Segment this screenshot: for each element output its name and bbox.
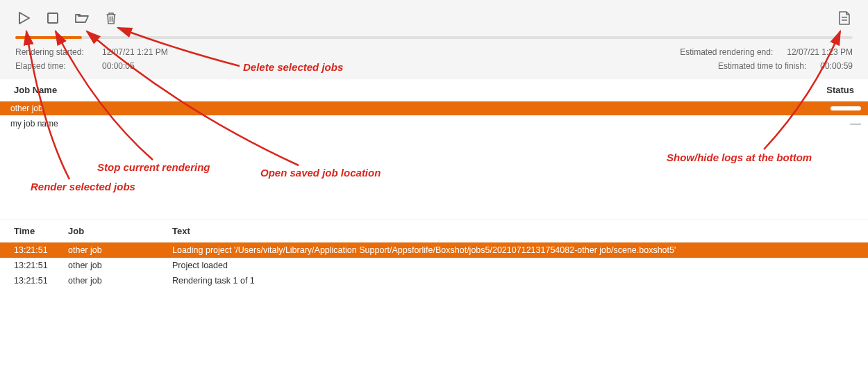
progress-bar-area: [0, 36, 868, 42]
job-table-header: Job Name Status: [0, 79, 868, 101]
job-status-cell: —: [819, 117, 861, 130]
stop-icon: [47, 13, 58, 24]
eta-finish-value: 00:00:59: [820, 61, 853, 71]
delete-button[interactable]: [103, 10, 119, 26]
col-time: Time: [14, 226, 68, 236]
info-bar: Rendering started:12/07/21 1:21 PM Elaps…: [0, 42, 868, 79]
job-name-cell: my job name: [7, 119, 819, 129]
document-icon: [838, 11, 851, 25]
svg-marker-0: [19, 13, 29, 24]
col-job: Job: [68, 226, 172, 236]
log-job: other job: [68, 261, 172, 270]
log-table-header: Time Job Text: [0, 220, 868, 243]
job-row[interactable]: other job: [0, 101, 868, 115]
col-job-name: Job Name: [14, 85, 799, 95]
log-list: 13:21:51 other job Loading project '/Use…: [0, 243, 868, 288]
log-text: Rendering task 1 of 1: [172, 276, 854, 286]
stop-button[interactable]: [44, 10, 61, 26]
job-status-cell: [819, 106, 861, 110]
trash-icon: [106, 12, 117, 24]
eta-end-value: 12/07/21 1:23 PM: [787, 47, 853, 57]
progress-fill: [15, 36, 82, 39]
log-time: 13:21:51: [14, 276, 68, 286]
log-text: Project loaded: [172, 261, 854, 270]
start-label: Rendering started:: [15, 47, 88, 57]
open-folder-button[interactable]: [74, 10, 90, 26]
job-name-cell: other job: [7, 104, 819, 113]
job-row[interactable]: my job name —: [0, 115, 868, 132]
log-row[interactable]: 13:21:51 other job Project loaded: [0, 258, 868, 273]
folder-open-icon: [75, 13, 89, 24]
eta-finish-label: Estimated time to finish:: [702, 61, 806, 71]
elapsed-value: 00:00:05: [102, 61, 135, 71]
toggle-log-button[interactable]: [836, 10, 853, 26]
col-status: Status: [799, 85, 854, 95]
col-text: Text: [172, 226, 854, 236]
svg-rect-1: [48, 13, 58, 23]
log-row[interactable]: 13:21:51 other job Rendering task 1 of 1: [0, 273, 868, 288]
progress-track: [15, 36, 853, 39]
play-button[interactable]: [15, 10, 32, 26]
log-time: 13:21:51: [14, 245, 68, 255]
job-status-dash: —: [850, 117, 861, 130]
log-row[interactable]: 13:21:51 other job Loading project '/Use…: [0, 243, 868, 258]
log-text: Loading project '/Users/vitaly/Library/A…: [172, 245, 854, 255]
play-icon: [17, 12, 30, 24]
log-job: other job: [68, 276, 172, 286]
elapsed-label: Elapsed time:: [15, 61, 88, 71]
log-time: 13:21:51: [14, 261, 68, 270]
eta-end-label: Estimated rendering end:: [669, 47, 773, 57]
log-job: other job: [68, 245, 172, 255]
start-value: 12/07/21 1:21 PM: [102, 47, 168, 57]
job-progress-indicator: [831, 106, 861, 110]
job-list: other job my job name —: [0, 101, 868, 220]
toolbar: [0, 0, 868, 36]
